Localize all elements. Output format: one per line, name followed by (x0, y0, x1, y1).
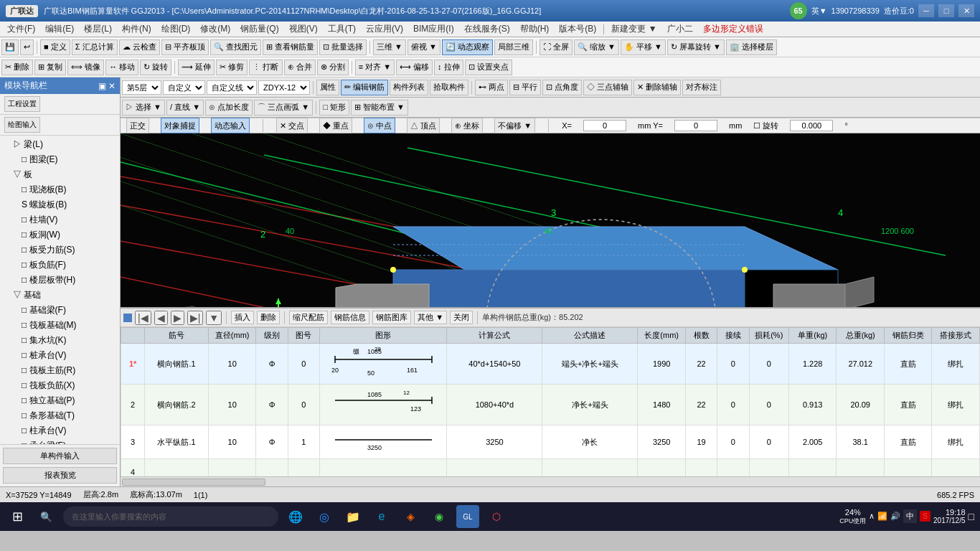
menu-new-change[interactable]: 新建变更 ▼ (607, 22, 661, 37)
taskbar-app4[interactable]: ⬡ (485, 505, 508, 528)
menu-help[interactable]: 帮助(H) (516, 22, 554, 37)
menu-modify[interactable]: 修改(M) (196, 22, 235, 37)
tb-mirror[interactable]: ⟺ 镜像 (67, 60, 104, 75)
insert-btn[interactable]: 插入 (231, 311, 254, 324)
tb-del-aux[interactable]: ✕ 删除辅轴 (633, 80, 681, 95)
sidebar-item-cap-beam[interactable]: □ 承台梁(F) (1, 438, 118, 444)
single-element-btn[interactable]: 单构件输入 (3, 448, 117, 464)
tb-point-length[interactable]: ⊙ 点加长度 (205, 100, 253, 116)
tb-extend[interactable]: ⟿ 延伸 (178, 60, 215, 75)
sidebar-item-isolated[interactable]: □ 独立基础(P) (1, 393, 118, 408)
search-placeholder[interactable]: 在这里输入你要搜索的内容 (72, 512, 166, 522)
menu-element[interactable]: 构件(N) (118, 22, 156, 37)
tb-copy[interactable]: ⊞ 复制 (34, 60, 66, 75)
3d-canvas[interactable]: Z 2 E 40 40 3 4 1200 600 D B 2 (121, 133, 980, 307)
tb-delete[interactable]: ✂ 删除 (1, 60, 33, 75)
h-scrollbar[interactable] (121, 476, 980, 486)
cb-snap[interactable]: 对象捕捉 (161, 118, 199, 133)
delete-btn[interactable]: 删除 (257, 311, 280, 324)
tb-three-point-aux[interactable]: ◇ 三点辅轴 (583, 80, 632, 95)
tb-rotate[interactable]: ↻ 旋转 (140, 60, 171, 75)
rebar-table-container[interactable]: 筋号 直径(mm) 级别 图号 图形 计算公式 公式描述 长度(mm) 根数 接… (121, 327, 980, 476)
tb-zoom[interactable]: 🔍 缩放 ▼ (574, 39, 619, 55)
tb-find[interactable]: 🔍 查找图元 (210, 39, 261, 55)
scale-btn[interactable]: 缩尺配筋 (289, 311, 328, 324)
sidebar-item-beam[interactable]: ▷ 梁(L) (1, 137, 118, 152)
sidebar-item-floor-belt[interactable]: □ 楼层板带(H) (1, 273, 118, 288)
cell-jinhao-4[interactable] (145, 459, 209, 477)
menu-version[interactable]: 版本号(B) (555, 22, 600, 37)
tb-parallel[interactable]: ⊟ 平行 (509, 80, 541, 95)
tb-batch-select[interactable]: ⊡ 批量选择 (319, 39, 367, 55)
rebar-lib-btn[interactable]: 钢筋图库 (372, 311, 411, 324)
cell-fignum[interactable]: 0 (288, 344, 319, 385)
tb-move[interactable]: ↔ 移动 (105, 60, 138, 75)
tray-time[interactable]: 19:18 2017/12/5 (933, 508, 966, 524)
tb-rect[interactable]: □ 矩形 (319, 100, 349, 116)
tb-element-list[interactable]: 构件列表 (390, 80, 428, 95)
menu-floor[interactable]: 楼层(L) (80, 22, 116, 37)
tb-view-rebar[interactable]: ⊞ 查看钢筋量 (263, 39, 318, 55)
tb-pick-element[interactable]: 拾取构件 (430, 80, 468, 95)
nav-first[interactable]: |◀ (135, 311, 151, 325)
windows-button[interactable]: ⊞ (6, 505, 29, 528)
tb-screen-rotate[interactable]: ↻ 屏幕旋转 ▼ (667, 39, 725, 55)
tray-arrow[interactable]: ∧ (869, 512, 875, 521)
taskbar-folder[interactable]: 📁 (341, 505, 364, 528)
tb-edit-rebar[interactable]: ✏ 编辑钢筋 (341, 80, 388, 95)
tb-align-note[interactable]: 对齐标注 (682, 80, 721, 95)
sidebar-item-spiral-slab[interactable]: S 螺旋板(B) (1, 197, 118, 212)
cell-grade-2[interactable]: Φ (256, 385, 288, 425)
menu-edit[interactable]: 编辑(E) (41, 22, 78, 37)
sidebar-item-foundation[interactable]: ▽ 基础 (1, 288, 118, 303)
menu-polygon-error[interactable]: 多边形定义错误 (699, 22, 768, 37)
cb-midpoint[interactable]: ◆ 重点 (319, 118, 352, 133)
rebar-info-btn[interactable]: 钢筋信息 (331, 311, 369, 324)
table-row[interactable]: 3 水平纵筋.1 10 Φ 1 3250 3250 (121, 425, 980, 459)
tb-undo[interactable]: ↩ (20, 39, 34, 55)
menu-rebar-qty[interactable]: 钢筋量(Q) (236, 22, 283, 37)
cb-orthogonal[interactable]: 正交 (126, 118, 149, 133)
sidebar-item-raft-neg[interactable]: □ 筏板负筋(X) (1, 378, 118, 393)
sidebar-item-slab-hole[interactable]: □ 板洞(W) (1, 227, 118, 242)
nav-prev[interactable]: ◀ (154, 311, 168, 325)
x-input[interactable] (583, 120, 626, 131)
tb-cloud-check[interactable]: ☁ 云检查 (119, 39, 160, 55)
search-button[interactable]: 🔍 (34, 505, 57, 528)
menu-cloud[interactable]: 云应用(V) (362, 22, 407, 37)
sidebar-controls[interactable]: ▣ ✕ (98, 81, 116, 91)
tb-dynamic-observe[interactable]: 🔄 动态观察 (442, 39, 493, 55)
close-panel-btn[interactable]: 关闭 (450, 311, 473, 324)
menu-view[interactable]: 视图(V) (285, 22, 322, 37)
cb-no-offset[interactable]: 不偏移 ▼ (494, 118, 535, 133)
tray-notifications[interactable]: □ (969, 511, 974, 522)
tb-stretch[interactable]: ↕ 拉伸 (434, 60, 463, 75)
tray-sogou[interactable]: S (920, 511, 930, 522)
taskbar-app2[interactable]: ◉ (428, 505, 451, 528)
tb-break[interactable]: ⋮ 打断 (249, 60, 282, 75)
table-row[interactable]: 1* 横向钢筋.1 10 Φ 0 (121, 344, 980, 385)
menu-tools[interactable]: 工具(T) (324, 22, 360, 37)
tb-fullscreen[interactable]: ⛶ 全屏 (540, 39, 573, 55)
cell-diameter-2[interactable]: 10 (208, 385, 256, 425)
tb-align-top[interactable]: ⊟ 平齐板顶 (161, 39, 209, 55)
sidebar-item-raft-main[interactable]: □ 筏板主筋(R) (1, 363, 118, 378)
tb-offset[interactable]: ⟷ 偏移 (396, 60, 433, 75)
cell-fignum-2[interactable]: 0 (288, 385, 319, 425)
sidebar-item-diagram-beam[interactable]: □ 图梁(E) (1, 152, 118, 167)
minimize-button[interactable]: ─ (918, 4, 934, 17)
other-btn[interactable]: 其他 ▼ (414, 311, 447, 324)
cell-fignum-4[interactable] (288, 459, 319, 477)
tb-two-point[interactable]: ⊷ 两点 (475, 80, 508, 95)
sidebar-item-slab[interactable]: ▽ 板 (1, 167, 118, 182)
lang-text[interactable]: 英▼ (811, 6, 827, 17)
sidebar-item-slab-rebar[interactable]: □ 板受力筋(S) (1, 242, 118, 258)
menu-file[interactable]: 文件(F) (3, 22, 39, 37)
sidebar-item-cast-slab[interactable]: □ 现浇板(B) (1, 182, 118, 197)
cell-diameter-3[interactable]: 10 (208, 425, 256, 459)
cb-coord[interactable]: ⊕ 坐标 (451, 118, 483, 133)
taskbar-app3[interactable]: GL (456, 505, 479, 528)
tb-top-view[interactable]: 俯视 ▼ (407, 39, 440, 55)
sidebar-draw-btn[interactable]: 绘图输入 (4, 117, 40, 133)
cell-jinhao[interactable]: 横向钢筋.1 (145, 344, 209, 385)
